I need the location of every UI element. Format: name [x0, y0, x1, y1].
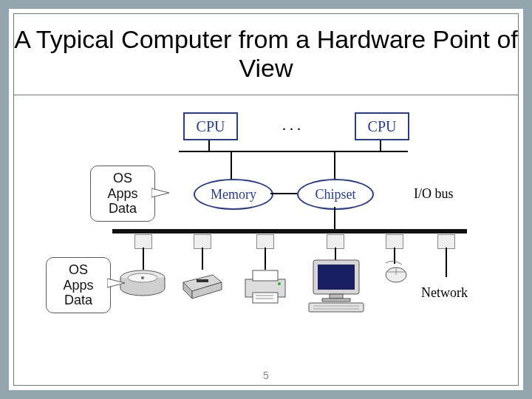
- cpu-box-right: CPU: [355, 112, 409, 140]
- memory-label: Memory: [211, 187, 256, 202]
- monitor-keyboard-icon: [304, 259, 368, 315]
- slide-title: A Typical Computer from a Hardware Point…: [13, 25, 519, 83]
- port-floppy: [194, 234, 211, 249]
- chipset-node: Chipset: [297, 179, 374, 210]
- stub-floppy: [202, 248, 203, 270]
- callout-memory-text: OS Apps Data: [107, 171, 137, 216]
- chipset-label: Chipset: [315, 187, 355, 202]
- svg-marker-23: [151, 188, 169, 197]
- chipset-stub: [334, 151, 335, 182]
- hardware-diagram: CPU CPU . . . Memory Chipset I/O bus: [46, 112, 486, 353]
- slide-frame: A Typical Computer from a Hardware Point…: [0, 0, 532, 399]
- svg-rect-16: [322, 299, 350, 301]
- cpu-box-left: CPU: [183, 112, 238, 140]
- svg-point-12: [278, 282, 281, 285]
- cpu-bus-line: [179, 151, 408, 152]
- cpu-left-label: CPU: [197, 118, 225, 135]
- page-number: 5: [9, 369, 523, 381]
- svg-rect-17: [309, 303, 364, 312]
- stub-network: [446, 248, 447, 277]
- io-bus: [112, 229, 467, 233]
- callout-memory-tail: [151, 187, 171, 199]
- mouse-icon: [380, 260, 409, 285]
- svg-rect-14: [318, 265, 355, 290]
- port-disk: [134, 234, 152, 249]
- printer-icon: [239, 266, 291, 307]
- chipset-to-iobus: [334, 207, 335, 229]
- svg-rect-15: [330, 294, 343, 299]
- cpu-right-label: CPU: [368, 118, 397, 135]
- title-band: A Typical Computer from a Hardware Point…: [13, 13, 519, 95]
- port-printer: [256, 234, 274, 249]
- svg-rect-8: [253, 270, 278, 281]
- port-monitor: [327, 234, 344, 249]
- svg-marker-24: [107, 279, 125, 287]
- callout-memory: OS Apps Data: [90, 166, 155, 222]
- callout-disk-text: OS Apps Data: [63, 262, 93, 307]
- network-label: Network: [421, 285, 468, 301]
- memory-stub: [231, 151, 232, 182]
- svg-rect-6: [197, 279, 208, 282]
- io-bus-label: I/O bus: [414, 186, 454, 202]
- floppy-drive-icon: [180, 272, 225, 301]
- memory-node: Memory: [194, 179, 273, 210]
- callout-disk: OS Apps Data: [46, 257, 111, 313]
- cpu-ellipsis: . . .: [282, 117, 301, 134]
- port-mouse: [386, 234, 403, 249]
- port-network: [437, 234, 455, 249]
- stub-disk: [143, 248, 144, 270]
- svg-rect-9: [253, 293, 278, 303]
- callout-disk-tail: [107, 277, 126, 289]
- mem-chipset-link: [270, 193, 297, 194]
- svg-point-2: [141, 276, 144, 279]
